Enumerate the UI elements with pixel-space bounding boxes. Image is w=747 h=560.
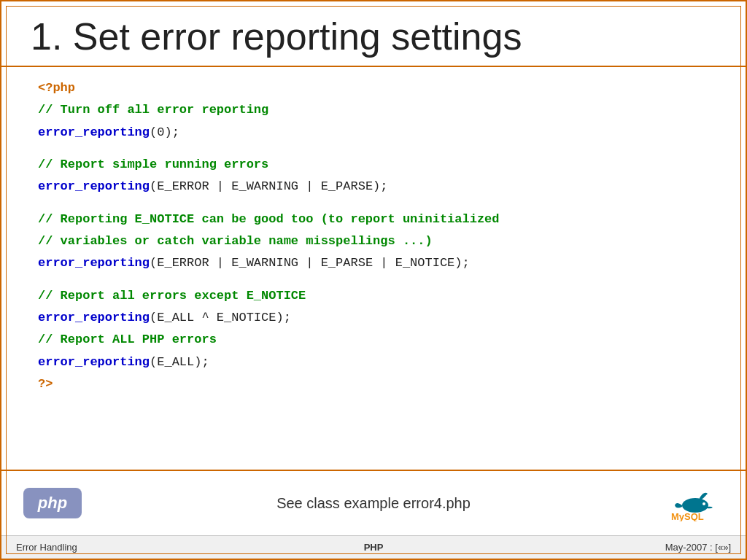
func-5-args: (E_ALL);: [150, 355, 209, 369]
comment-2-text: // Report simple running errors: [38, 158, 268, 171]
slide-title: 1. Set error reporting settings: [31, 15, 716, 58]
svg-text:MySQL: MySQL: [671, 511, 704, 521]
footer-caption: See class example error4.php: [82, 495, 665, 512]
bottom-left-text: Error Handling: [16, 542, 255, 553]
title-area: 1. Set error reporting settings: [1, 1, 746, 67]
php-close-tag: ?>: [38, 377, 53, 391]
code-func-4: error_reporting(E_ALL ^ E_NOTICE);: [38, 308, 709, 327]
comment-1-text: // Turn off all error reporting: [38, 103, 268, 117]
bottom-right-text: May-2007 : [«»]: [492, 542, 731, 553]
code-line-php-close: ?>: [38, 375, 709, 394]
php-logo: php: [23, 488, 82, 518]
slide: 1. Set error reporting settings <?php //…: [0, 0, 747, 560]
spacer-2: [38, 200, 709, 210]
func-4-args: (E_ALL ^ E_NOTICE);: [150, 311, 291, 324]
func-5-name: error_reporting: [38, 355, 150, 369]
bottom-center-text: PHP: [255, 542, 493, 553]
footer-bar: php See class example error4.php MySQL: [1, 470, 746, 535]
php-open-tag: <?php: [38, 81, 75, 95]
code-comment-4: // Report all errors except E_NOTICE: [38, 287, 709, 306]
code-comment-5: // Report ALL PHP errors: [38, 330, 709, 349]
mysql-logo: MySQL: [665, 488, 724, 518]
comment-4-text: // Report all errors except E_NOTICE: [38, 289, 306, 303]
func-4-name: error_reporting: [38, 311, 150, 324]
code-func-2: error_reporting(E_ERROR | E_WARNING | E_…: [38, 177, 709, 196]
code-func-3: error_reporting(E_ERROR | E_WARNING | E_…: [38, 254, 709, 273]
func-1-name: error_reporting: [38, 125, 150, 139]
code-line-php-open: <?php: [38, 79, 709, 98]
svg-point-1: [703, 502, 705, 505]
func-2-name: error_reporting: [38, 179, 150, 193]
func-2-args: (E_ERROR | E_WARNING | E_PARSE);: [150, 179, 387, 193]
code-comment-1: // Turn off all error reporting: [38, 101, 709, 120]
func-3-name: error_reporting: [38, 256, 150, 270]
spacer-3: [38, 276, 709, 287]
func-3-args: (E_ERROR | E_WARNING | E_PARSE | E_NOTIC…: [150, 256, 470, 270]
code-content: <?php // Turn off all error reporting er…: [1, 67, 746, 470]
bottom-bar: Error Handling PHP May-2007 : [«»]: [1, 535, 746, 559]
code-comment-3b: // variables or catch variable name miss…: [38, 232, 709, 251]
func-1-args: (0);: [150, 125, 179, 139]
comment-5-text: // Report ALL PHP errors: [38, 332, 217, 346]
code-comment-2: // Report simple running errors: [38, 155, 709, 174]
comment-3b-text: // variables or catch variable name miss…: [38, 234, 433, 248]
code-func-5: error_reporting(E_ALL);: [38, 353, 709, 372]
comment-3a-text: // Reporting E_NOTICE can be good too (t…: [38, 212, 500, 226]
code-func-1: error_reporting(0);: [38, 123, 709, 142]
php-logo-text: php: [38, 494, 67, 513]
svg-point-0: [682, 498, 708, 513]
mysql-dolphin-svg: MySQL: [667, 485, 722, 521]
code-comment-3a: // Reporting E_NOTICE can be good too (t…: [38, 210, 709, 229]
spacer-1: [38, 145, 709, 155]
